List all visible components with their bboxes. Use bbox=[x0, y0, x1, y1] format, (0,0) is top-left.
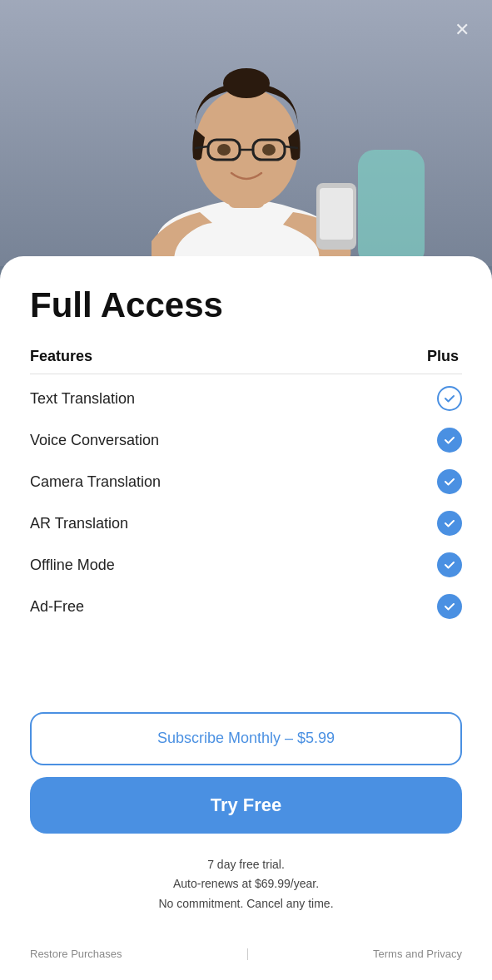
feature-row-ar-translation: AR Translation bbox=[30, 502, 462, 544]
close-button[interactable]: ✕ bbox=[449, 17, 475, 43]
feature-row-voice-conversation: Voice Conversation bbox=[30, 419, 462, 461]
features-column-label: Features bbox=[30, 348, 92, 365]
svg-point-5 bbox=[223, 68, 270, 98]
check-icon-camera-translation bbox=[437, 469, 462, 494]
restore-purchases-link[interactable]: Restore Purchases bbox=[30, 948, 122, 960]
feature-name: Ad-Free bbox=[30, 598, 84, 616]
try-free-button[interactable]: Try Free bbox=[30, 777, 462, 834]
subscribe-monthly-button[interactable]: Subscribe Monthly – $5.99 bbox=[30, 712, 462, 765]
svg-point-11 bbox=[217, 144, 231, 156]
feature-row-camera-translation: Camera Translation bbox=[30, 461, 462, 502]
svg-rect-14 bbox=[320, 188, 353, 240]
check-icon-voice-conversation bbox=[437, 428, 462, 453]
hero-image: ✕ bbox=[0, 0, 492, 266]
check-icon-ar-translation bbox=[437, 511, 462, 536]
feature-row-text-translation: Text Translation bbox=[30, 378, 462, 419]
footer-divider bbox=[247, 948, 248, 960]
feature-row-offline-mode: Offline Mode bbox=[30, 544, 462, 586]
feature-name: Text Translation bbox=[30, 390, 135, 408]
svg-point-12 bbox=[262, 144, 276, 156]
trial-line-3: No commitment. Cancel any time. bbox=[158, 897, 333, 910]
check-icon-offline-mode bbox=[437, 552, 462, 577]
features-header: Features Plus bbox=[30, 348, 462, 374]
feature-name: AR Translation bbox=[30, 515, 128, 532]
trial-info: 7 day free trial. Auto-renews at $69.99/… bbox=[30, 855, 462, 914]
feature-name: Voice Conversation bbox=[30, 432, 159, 449]
trial-line-2: Auto-renews at $69.99/year. bbox=[173, 877, 319, 890]
check-icon-ad-free bbox=[437, 594, 462, 619]
check-icon-text-translation bbox=[437, 386, 462, 411]
subscription-card: Full Access Features Plus Text Translati… bbox=[0, 256, 492, 980]
feature-name: Camera Translation bbox=[30, 473, 161, 491]
feature-name: Offline Mode bbox=[30, 557, 115, 574]
svg-rect-15 bbox=[358, 150, 425, 266]
card-title: Full Access bbox=[30, 286, 462, 324]
terms-privacy-link[interactable]: Terms and Privacy bbox=[373, 948, 462, 960]
plus-column-label: Plus bbox=[427, 348, 459, 365]
buttons-area: Subscribe Monthly – $5.99 Try Free 7 day… bbox=[30, 712, 462, 960]
svg-point-4 bbox=[195, 88, 298, 208]
trial-line-1: 7 day free trial. bbox=[207, 858, 285, 871]
feature-row-ad-free: Ad-Free bbox=[30, 586, 462, 627]
footer-links: Restore Purchases Terms and Privacy bbox=[30, 939, 462, 960]
features-section: Features Plus Text Translation Voice Con… bbox=[30, 348, 462, 627]
